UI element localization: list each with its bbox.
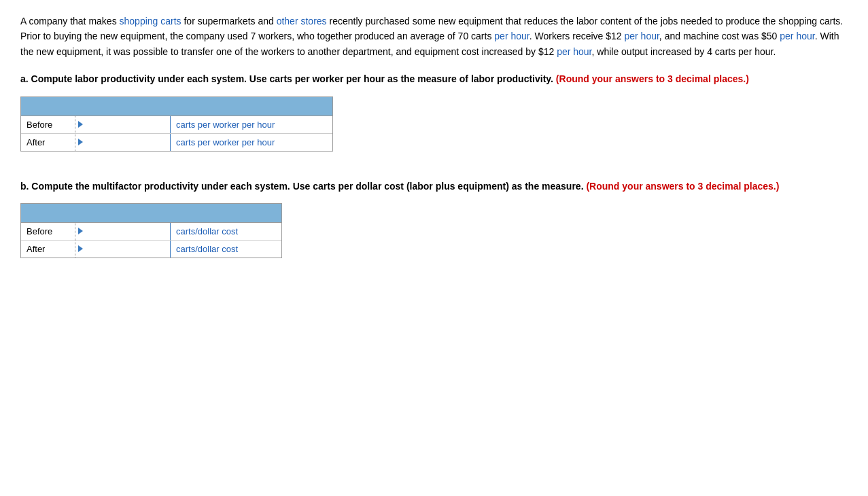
after-b-arrow-icon bbox=[78, 245, 83, 252]
before-label: Before bbox=[21, 116, 75, 133]
highlight-per-hour-3: per hour bbox=[780, 31, 814, 41]
before-unit: carts per worker per hour bbox=[171, 116, 332, 133]
highlight-per-hour-1: per hour bbox=[494, 31, 529, 41]
after-label: After bbox=[21, 134, 75, 151]
before-input-wrapper bbox=[75, 116, 171, 133]
after-unit: carts per worker per hour bbox=[171, 134, 332, 151]
table-row: Before carts per worker per hour bbox=[21, 116, 332, 134]
table-row: After carts/dollar cost bbox=[21, 241, 281, 258]
section-b-bold: b. bbox=[20, 181, 29, 192]
before-b-label: Before bbox=[21, 223, 75, 240]
before-b-arrow-icon bbox=[78, 228, 83, 234]
section-a-text: Compute labor productivity under each sy… bbox=[29, 73, 556, 84]
after-b-label: After bbox=[21, 241, 75, 258]
intro-paragraph: A company that makes shopping carts for … bbox=[20, 14, 848, 59]
section-b-label: b. Compute the multifactor productivity … bbox=[20, 179, 848, 194]
section-a-bold: a. bbox=[20, 73, 29, 84]
highlight-shopping-carts: shopping carts bbox=[120, 16, 181, 26]
after-arrow-icon bbox=[78, 139, 83, 145]
section-a-round-note: (Round your answers to 3 decimal places.… bbox=[556, 73, 749, 84]
section-a-table: Before carts per worker per hour After c… bbox=[20, 96, 333, 152]
before-arrow-icon bbox=[78, 121, 83, 128]
table-a-header bbox=[21, 97, 332, 116]
section-b: b. Compute the multifactor productivity … bbox=[20, 179, 848, 258]
section-b-table: Before carts/dollar cost After carts/dol… bbox=[20, 203, 282, 258]
table-row: After carts per worker per hour bbox=[21, 134, 332, 151]
after-input-wrapper bbox=[75, 134, 171, 151]
after-b-input-wrapper bbox=[75, 241, 171, 258]
section-b-round-note: (Round your answers to 3 decimal places.… bbox=[586, 181, 779, 192]
table-b-header bbox=[21, 204, 281, 223]
table-row: Before carts/dollar cost bbox=[21, 223, 281, 241]
before-b-input-wrapper bbox=[75, 223, 171, 240]
after-b-unit: carts/dollar cost bbox=[171, 241, 281, 258]
highlight-other-stores: other stores bbox=[277, 16, 327, 26]
highlight-per-hour-2: per hour bbox=[624, 31, 659, 41]
section-a: a. Compute labor productivity under each… bbox=[20, 71, 848, 151]
before-b-unit: carts/dollar cost bbox=[171, 223, 281, 240]
section-a-label: a. Compute labor productivity under each… bbox=[20, 71, 848, 86]
highlight-per-hour-4: per hour bbox=[557, 46, 591, 57]
section-b-text: Compute the multifactor productivity und… bbox=[29, 181, 586, 192]
